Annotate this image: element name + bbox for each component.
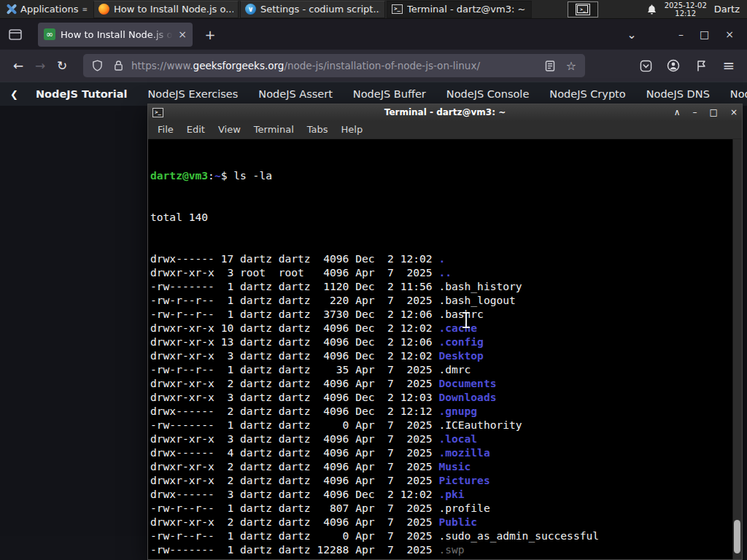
terminal-line: -rw-r--r-- 1 dartz dartz 3730 Dec 2 12:0…	[150, 307, 732, 321]
tab-bar: ∞ How to Install Node.js on × + ⌄ – □ ×	[0, 19, 747, 50]
terminal-listing: drwx------ 17 dartz dartz 4096 Dec 2 12:…	[150, 252, 732, 559]
browser-tab[interactable]: ∞ How to Install Node.js on ×	[38, 23, 193, 47]
forward-button[interactable]: →	[29, 55, 51, 77]
terminal-line: drwxr-xr-x 3 dartz dartz 4096 Dec 2 12:0…	[150, 390, 732, 404]
codium-icon: ∨	[245, 4, 256, 15]
terminal-title: Terminal - dartz@vm3: ~	[148, 107, 742, 117]
account-icon[interactable]	[662, 55, 684, 76]
list-all-tabs-icon[interactable]: ⌄	[622, 24, 642, 44]
terminal-line: drwxr-xr-x 2 dartz dartz 4096 Apr 7 2025…	[150, 376, 732, 390]
nav-link[interactable]: NodeJS Console	[436, 88, 540, 100]
terminal-line: drwxr-xr-x 2 dartz dartz 4096 Apr 7 2025…	[150, 473, 732, 487]
terminal-line: -rw-r--r-- 1 dartz dartz 807 Apr 7 2025 …	[150, 501, 732, 515]
terminal-output[interactable]: dartz@vm3:~$ ls -la total 140 drwx------…	[148, 139, 732, 559]
firefox-view-icon[interactable]	[6, 26, 25, 42]
terminal-titlebar[interactable]: >_ Terminal - dartz@vm3: ~ ∧ – □ ×	[148, 104, 742, 120]
nav-scroll-left-icon[interactable]: ❮	[10, 89, 18, 100]
shield-icon[interactable]	[89, 58, 105, 74]
terminal-line: drwx------ 4 dartz dartz 4096 Apr 7 2025…	[150, 446, 732, 459]
terminal-line: drwxr-xr-x 2 dartz dartz 4096 Apr 7 2025…	[150, 459, 732, 473]
terminal-line: drwx------ 17 dartz dartz 4096 Dec 2 12:…	[150, 252, 732, 265]
back-button[interactable]: ←	[7, 55, 29, 77]
distro-logo-icon	[6, 4, 17, 15]
terminal-line: -rw-r--r-- 1 dartz dartz 220 Apr 7 2025 …	[150, 293, 732, 307]
new-tab-button[interactable]: +	[200, 24, 220, 44]
terminal-line: drwxr-xr-x 3 root root 4096 Apr 7 2025 .…	[150, 265, 732, 279]
taskbar-button-firefox[interactable]: How to Install Node.js o...	[93, 1, 239, 18]
pocket-icon[interactable]	[635, 55, 657, 76]
applications-label: Applications	[20, 4, 78, 15]
clock-date: 2025-12-02	[665, 1, 707, 9]
terminal-menubar: FileEditViewTerminalTabsHelp	[148, 120, 742, 139]
top-panel: Applications ≡ How to Install Node.js o.…	[0, 0, 747, 19]
terminal-line: drwxr-xr-x 10 dartz dartz 4096 Dec 2 12:…	[150, 321, 732, 335]
workspace-pager[interactable]: >_	[568, 1, 598, 18]
terminal-line: drwxr-xr-x 3 dartz dartz 4096 Dec 2 12:0…	[150, 349, 732, 362]
terminal-close-button[interactable]: ×	[730, 104, 738, 120]
terminal-icon: >_	[392, 4, 403, 14]
menu-item[interactable]: Tabs	[301, 124, 335, 135]
reader-mode-icon[interactable]	[542, 58, 558, 74]
taskbar-button-codium[interactable]: ∨ Settings - codium script...	[240, 1, 385, 18]
terminal-line: -rw-r--r-- 1 dartz dartz 35 Apr 7 2025 .…	[150, 362, 732, 376]
terminal-window: >_ Terminal - dartz@vm3: ~ ∧ – □ × FileE…	[147, 104, 743, 560]
gfg-topic-nav: ❮ NodeJS TutorialNodeJS ExercisesNodeJS …	[0, 82, 747, 106]
panel-clock[interactable]: 2025-12-02 12:12	[665, 1, 707, 18]
menu-item[interactable]: View	[212, 124, 247, 135]
terminal-line: drwxr-xr-x 3 dartz dartz 4096 Apr 7 2025…	[150, 432, 732, 446]
nav-link[interactable]: NodeJS Assert	[248, 88, 343, 100]
tab-close-icon[interactable]: ×	[178, 28, 187, 40]
menu-item[interactable]: File	[151, 124, 180, 135]
terminal-line: drwxr-xr-x 2 dartz dartz 4096 Apr 7 2025…	[150, 515, 732, 529]
terminal-maximize-button[interactable]: □	[710, 104, 718, 120]
bookmark-star-icon[interactable]: ☆	[563, 58, 579, 74]
hamburger-menu-icon[interactable]: ≡	[718, 55, 740, 76]
pager-window-icon: >_	[576, 4, 590, 15]
terminal-minimize-button[interactable]: –	[693, 104, 697, 120]
notification-bell-icon[interactable]	[646, 4, 657, 15]
terminal-shade-button[interactable]: ∧	[674, 104, 681, 120]
nav-link[interactable]: NodeJS Buffer	[343, 88, 436, 100]
taskbar-button-terminal[interactable]: >_ Terminal - dartz@vm3: ~	[387, 1, 532, 18]
nav-link[interactable]: NodeJS Crypto	[539, 88, 635, 100]
terminal-line: drwx------ 2 dartz dartz 4096 Dec 2 12:1…	[150, 404, 732, 418]
tab-title: How to Install Node.js on	[61, 29, 173, 40]
browser-close-button[interactable]: ×	[725, 28, 734, 40]
nav-link[interactable]: NodeJS Tutorial	[26, 88, 138, 100]
app-menu-icon: ≡	[82, 6, 87, 13]
gfg-favicon: ∞	[44, 28, 55, 40]
browser-minimize-button[interactable]: –	[678, 28, 684, 40]
menu-item[interactable]: Help	[335, 124, 370, 135]
nav-link[interactable]: NodeJS DNS	[636, 88, 720, 100]
nav-link[interactable]: NodeJS Exercises	[138, 88, 249, 100]
url-bar[interactable]: https://www.geeksforgeeks.org/node-js/in…	[83, 54, 585, 77]
desktop: Applications ≡ How to Install Node.js o.…	[0, 0, 747, 560]
terminal-line: drwx------ 3 dartz dartz 4096 Dec 2 12:0…	[150, 487, 732, 501]
terminal-line: drwxr-xr-x 13 dartz dartz 4096 Dec 2 12:…	[150, 335, 732, 349]
terminal-line: drwxr-xr-x 2 dartz dartz 4096 Apr 7 2025…	[150, 556, 732, 559]
mouse-cursor-ibeam	[462, 312, 471, 328]
extensions-flag-icon[interactable]	[690, 55, 712, 76]
panel-tray: 2025-12-02 12:12 Dartz	[646, 1, 747, 18]
browser-maximize-button[interactable]: □	[700, 28, 709, 40]
total-line: total 140	[150, 210, 732, 224]
firefox-icon	[98, 4, 109, 15]
terminal-line: -rw-r--r-- 1 dartz dartz 0 Apr 7 2025 .s…	[150, 529, 732, 542]
menu-item[interactable]: Edit	[180, 124, 212, 135]
terminal-line: -rw------- 1 dartz dartz 1120 Dec 2 11:5…	[150, 279, 732, 293]
terminal-line: -rw------- 1 dartz dartz 0 Apr 7 2025 .I…	[150, 418, 732, 432]
url-text: https://www.geeksforgeeks.org/node-js/in…	[131, 60, 537, 71]
terminal-line: -rw------- 1 dartz dartz 12288 Apr 7 202…	[150, 542, 732, 556]
prompt-line: dartz@vm3:~$ ls -la	[150, 168, 732, 182]
navigation-toolbar: ← → ↻ https://www.geeksforgeeks.org/node…	[0, 50, 747, 82]
applications-button[interactable]: Applications ≡	[0, 0, 93, 19]
lock-icon[interactable]	[110, 58, 126, 74]
nav-link[interactable]: Node	[720, 88, 747, 100]
user-menu[interactable]: Dartz	[714, 4, 740, 15]
scrollbar-thumb[interactable]	[734, 520, 740, 553]
reload-button[interactable]: ↻	[51, 55, 73, 77]
menu-item[interactable]: Terminal	[247, 124, 301, 135]
clock-time: 12:12	[665, 9, 707, 18]
terminal-scrollbar[interactable]	[732, 139, 742, 559]
